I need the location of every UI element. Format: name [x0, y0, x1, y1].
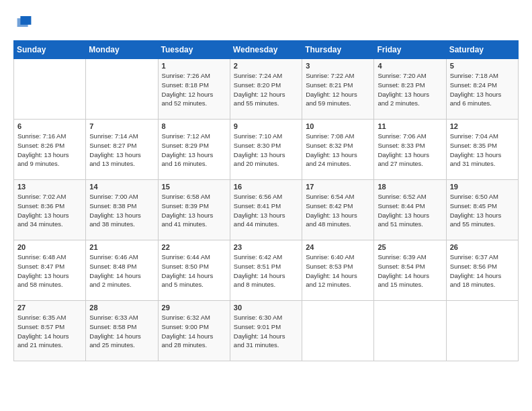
calendar-cell: 30Sunrise: 6:30 AM Sunset: 9:01 PM Dayli… — [230, 301, 302, 361]
calendar-cell — [14, 59, 86, 120]
day-info: Sunrise: 6:54 AM Sunset: 8:42 PM Dayligh… — [306, 192, 370, 229]
day-number: 23 — [234, 243, 298, 251]
day-number: 19 — [450, 183, 515, 191]
calendar-cell — [302, 301, 374, 361]
day-number: 28 — [89, 304, 154, 312]
calendar-cell: 14Sunrise: 7:00 AM Sunset: 8:38 PM Dayli… — [86, 180, 158, 240]
day-info: Sunrise: 7:08 AM Sunset: 8:32 PM Dayligh… — [306, 132, 370, 169]
day-info: Sunrise: 7:00 AM Sunset: 8:38 PM Dayligh… — [89, 192, 154, 229]
calendar-cell: 5Sunrise: 7:18 AM Sunset: 8:24 PM Daylig… — [446, 59, 518, 120]
day-info: Sunrise: 6:35 AM Sunset: 8:57 PM Dayligh… — [17, 313, 82, 350]
calendar-cell: 9Sunrise: 7:10 AM Sunset: 8:30 PM Daylig… — [230, 120, 302, 180]
day-info: Sunrise: 7:10 AM Sunset: 8:30 PM Dayligh… — [234, 132, 298, 169]
column-header-monday: Monday — [86, 41, 158, 59]
calendar-cell: 20Sunrise: 6:48 AM Sunset: 8:47 PM Dayli… — [14, 240, 86, 301]
calendar-cell: 1Sunrise: 7:26 AM Sunset: 8:18 PM Daylig… — [158, 59, 230, 120]
day-number: 25 — [378, 243, 442, 251]
day-info: Sunrise: 7:12 AM Sunset: 8:29 PM Dayligh… — [162, 132, 226, 169]
day-number: 26 — [450, 243, 515, 251]
calendar-week-2: 6Sunrise: 7:16 AM Sunset: 8:26 PM Daylig… — [14, 120, 519, 180]
calendar-cell: 19Sunrise: 6:50 AM Sunset: 8:45 PM Dayli… — [446, 180, 518, 240]
calendar-cell: 15Sunrise: 6:58 AM Sunset: 8:39 PM Dayli… — [158, 180, 230, 240]
calendar-cell: 28Sunrise: 6:33 AM Sunset: 8:58 PM Dayli… — [86, 301, 158, 361]
page-header — [13, 13, 519, 30]
day-number: 3 — [306, 62, 370, 70]
calendar-cell — [446, 301, 518, 361]
calendar-week-5: 27Sunrise: 6:35 AM Sunset: 8:57 PM Dayli… — [14, 301, 519, 361]
column-header-saturday: Saturday — [446, 41, 518, 59]
day-info: Sunrise: 6:50 AM Sunset: 8:45 PM Dayligh… — [450, 192, 515, 229]
day-number: 9 — [234, 122, 298, 130]
calendar-cell: 27Sunrise: 6:35 AM Sunset: 8:57 PM Dayli… — [14, 301, 86, 361]
day-number: 13 — [17, 183, 82, 191]
day-number: 4 — [378, 62, 442, 70]
day-number: 2 — [234, 62, 298, 70]
calendar-cell: 16Sunrise: 6:56 AM Sunset: 8:41 PM Dayli… — [230, 180, 302, 240]
day-info: Sunrise: 7:24 AM Sunset: 8:20 PM Dayligh… — [234, 71, 298, 108]
calendar-cell: 12Sunrise: 7:04 AM Sunset: 8:35 PM Dayli… — [446, 120, 518, 180]
day-number: 17 — [306, 183, 370, 191]
calendar-cell: 3Sunrise: 7:22 AM Sunset: 8:21 PM Daylig… — [302, 59, 374, 120]
calendar-cell: 17Sunrise: 6:54 AM Sunset: 8:42 PM Dayli… — [302, 180, 374, 240]
column-header-friday: Friday — [374, 41, 446, 59]
day-number: 15 — [162, 183, 226, 191]
column-header-sunday: Sunday — [14, 41, 86, 59]
calendar-cell: 18Sunrise: 6:52 AM Sunset: 8:44 PM Dayli… — [374, 180, 446, 240]
calendar-week-1: 1Sunrise: 7:26 AM Sunset: 8:18 PM Daylig… — [14, 59, 519, 120]
day-info: Sunrise: 6:52 AM Sunset: 8:44 PM Dayligh… — [378, 192, 442, 229]
day-number: 14 — [89, 183, 154, 191]
day-info: Sunrise: 7:22 AM Sunset: 8:21 PM Dayligh… — [306, 71, 370, 108]
logo-icon — [16, 13, 32, 30]
day-info: Sunrise: 6:46 AM Sunset: 8:48 PM Dayligh… — [89, 253, 154, 289]
calendar-cell: 24Sunrise: 6:40 AM Sunset: 8:53 PM Dayli… — [302, 240, 374, 301]
day-info: Sunrise: 7:04 AM Sunset: 8:35 PM Dayligh… — [450, 132, 515, 169]
day-info: Sunrise: 6:33 AM Sunset: 8:58 PM Dayligh… — [89, 313, 154, 350]
calendar-cell: 13Sunrise: 7:02 AM Sunset: 8:36 PM Dayli… — [14, 180, 86, 240]
calendar-cell: 7Sunrise: 7:14 AM Sunset: 8:27 PM Daylig… — [86, 120, 158, 180]
day-info: Sunrise: 7:26 AM Sunset: 8:18 PM Dayligh… — [162, 71, 226, 108]
day-number: 27 — [17, 304, 82, 312]
day-info: Sunrise: 6:30 AM Sunset: 9:01 PM Dayligh… — [234, 313, 298, 350]
day-info: Sunrise: 7:14 AM Sunset: 8:27 PM Dayligh… — [89, 132, 154, 169]
logo — [13, 13, 34, 30]
day-info: Sunrise: 6:40 AM Sunset: 8:53 PM Dayligh… — [306, 253, 370, 289]
day-number: 10 — [306, 122, 370, 130]
day-number: 8 — [162, 122, 226, 130]
calendar-cell: 8Sunrise: 7:12 AM Sunset: 8:29 PM Daylig… — [158, 120, 230, 180]
day-info: Sunrise: 6:56 AM Sunset: 8:41 PM Dayligh… — [234, 192, 298, 229]
day-number: 1 — [162, 62, 226, 70]
day-info: Sunrise: 7:06 AM Sunset: 8:33 PM Dayligh… — [378, 132, 442, 169]
day-number: 11 — [378, 122, 442, 130]
calendar-cell: 6Sunrise: 7:16 AM Sunset: 8:26 PM Daylig… — [14, 120, 86, 180]
day-number: 29 — [162, 304, 226, 312]
day-number: 7 — [89, 122, 154, 130]
calendar-cell: 22Sunrise: 6:44 AM Sunset: 8:50 PM Dayli… — [158, 240, 230, 301]
day-info: Sunrise: 6:42 AM Sunset: 8:51 PM Dayligh… — [234, 253, 298, 289]
calendar-cell: 2Sunrise: 7:24 AM Sunset: 8:20 PM Daylig… — [230, 59, 302, 120]
day-number: 16 — [234, 183, 298, 191]
day-info: Sunrise: 6:32 AM Sunset: 9:00 PM Dayligh… — [162, 313, 226, 350]
day-number: 18 — [378, 183, 442, 191]
calendar-cell — [86, 59, 158, 120]
day-number: 12 — [450, 122, 515, 130]
calendar-cell: 29Sunrise: 6:32 AM Sunset: 9:00 PM Dayli… — [158, 301, 230, 361]
day-number: 20 — [17, 243, 82, 251]
day-info: Sunrise: 6:48 AM Sunset: 8:47 PM Dayligh… — [17, 253, 82, 289]
day-number: 30 — [234, 304, 298, 312]
calendar-table: SundayMondayTuesdayWednesdayThursdayFrid… — [13, 40, 519, 361]
column-header-thursday: Thursday — [302, 41, 374, 59]
calendar-cell: 21Sunrise: 6:46 AM Sunset: 8:48 PM Dayli… — [86, 240, 158, 301]
day-number: 22 — [162, 243, 226, 251]
column-header-tuesday: Tuesday — [158, 41, 230, 59]
day-number: 5 — [450, 62, 515, 70]
calendar-cell: 10Sunrise: 7:08 AM Sunset: 8:32 PM Dayli… — [302, 120, 374, 180]
calendar-cell: 26Sunrise: 6:37 AM Sunset: 8:56 PM Dayli… — [446, 240, 518, 301]
day-number: 24 — [306, 243, 370, 251]
day-info: Sunrise: 7:16 AM Sunset: 8:26 PM Dayligh… — [17, 132, 82, 169]
day-info: Sunrise: 7:18 AM Sunset: 8:24 PM Dayligh… — [450, 71, 515, 108]
calendar-header-row: SundayMondayTuesdayWednesdayThursdayFrid… — [14, 41, 519, 59]
calendar-week-3: 13Sunrise: 7:02 AM Sunset: 8:36 PM Dayli… — [14, 180, 519, 240]
day-number: 6 — [17, 122, 82, 130]
day-info: Sunrise: 6:39 AM Sunset: 8:54 PM Dayligh… — [378, 253, 442, 289]
calendar-cell: 11Sunrise: 7:06 AM Sunset: 8:33 PM Dayli… — [374, 120, 446, 180]
